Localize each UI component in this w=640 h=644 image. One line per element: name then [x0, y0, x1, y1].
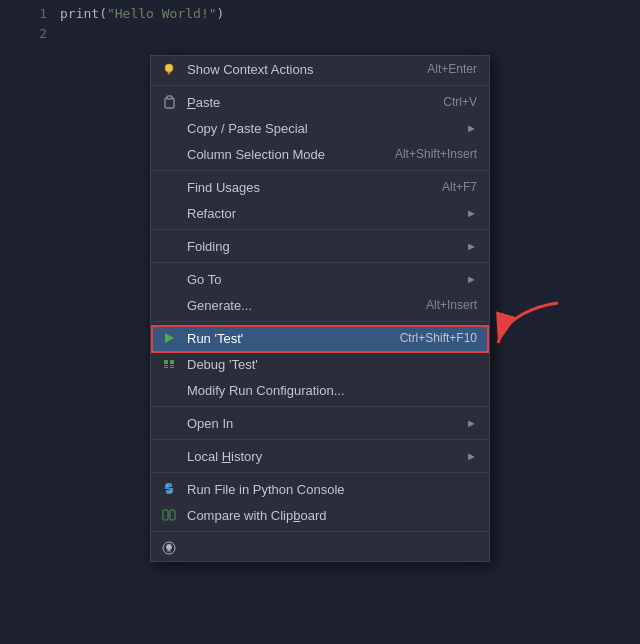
- svg-rect-10: [170, 367, 174, 368]
- menu-item-debug-test[interactable]: Debug 'Test': [151, 351, 489, 377]
- menu-item-compare-clipboard[interactable]: Compare with Clipboard: [151, 502, 489, 528]
- menu-shortcut-run-test: Ctrl+Shift+F10: [400, 331, 477, 345]
- line-numbers: 1 2: [0, 0, 55, 644]
- code-area: print("Hello World!"): [60, 4, 224, 24]
- svg-rect-14: [170, 510, 175, 520]
- menu-label-column-selection-mode: Column Selection Mode: [187, 147, 375, 162]
- python-icon: [161, 481, 177, 497]
- submenu-arrow-go-to: ►: [466, 273, 477, 285]
- menu-label-modify-run-config: Modify Run Configuration...: [187, 383, 477, 398]
- separator-4: [151, 262, 489, 263]
- svg-rect-1: [168, 72, 171, 74]
- menu-item-folding[interactable]: Folding ►: [151, 233, 489, 259]
- menu-item-paste[interactable]: Paste Ctrl+V: [151, 89, 489, 115]
- menu-label-local-history: Local History: [187, 449, 466, 464]
- submenu-arrow-folding: ►: [466, 240, 477, 252]
- menu-label-compare-clipboard: Compare with Clipboard: [187, 508, 477, 523]
- svg-rect-4: [167, 96, 172, 99]
- menu-shortcut-column-selection-mode: Alt+Shift+Insert: [395, 147, 477, 161]
- submenu-arrow-open-in: ►: [466, 417, 477, 429]
- menu-shortcut-find-usages: Alt+F7: [442, 180, 477, 194]
- code-paren-close: ): [217, 4, 225, 24]
- menu-label-refactor: Refactor: [187, 206, 466, 221]
- github-icon: [161, 540, 177, 556]
- menu-shortcut-generate: Alt+Insert: [426, 298, 477, 312]
- menu-item-open-in[interactable]: Open In ►: [151, 410, 489, 436]
- menu-item-modify-run-config[interactable]: Modify Run Configuration...: [151, 377, 489, 403]
- menu-item-find-usages[interactable]: Find Usages Alt+F7: [151, 174, 489, 200]
- menu-label-run-test: Run 'Test': [187, 331, 380, 346]
- menu-label-run-file-python: Run File in Python Console: [187, 482, 477, 497]
- menu-item-create-gist[interactable]: [151, 535, 489, 561]
- menu-item-show-context-actions[interactable]: Show Context Actions Alt+Enter: [151, 56, 489, 82]
- menu-shortcut-show-context-actions: Alt+Enter: [427, 62, 477, 76]
- separator-6: [151, 406, 489, 407]
- menu-item-refactor[interactable]: Refactor ►: [151, 200, 489, 226]
- menu-label-paste: Paste: [187, 95, 423, 110]
- menu-label-generate: Generate...: [187, 298, 406, 313]
- menu-item-run-file-python[interactable]: Run File in Python Console: [151, 476, 489, 502]
- red-arrow-annotation: [488, 298, 568, 362]
- menu-label-go-to: Go To: [187, 272, 466, 287]
- menu-item-column-selection-mode[interactable]: Column Selection Mode Alt+Shift+Insert: [151, 141, 489, 167]
- context-menu: Show Context Actions Alt+Enter Paste Ctr…: [150, 55, 490, 562]
- submenu-arrow-local-history: ►: [466, 450, 477, 462]
- menu-label-show-context-actions: Show Context Actions: [187, 62, 407, 77]
- separator-5: [151, 321, 489, 322]
- submenu-arrow-copy-paste-special: ►: [466, 122, 477, 134]
- svg-point-11: [167, 485, 168, 486]
- separator-1: [151, 85, 489, 86]
- separator-7: [151, 439, 489, 440]
- svg-point-0: [165, 64, 173, 72]
- menu-label-folding: Folding: [187, 239, 466, 254]
- run-icon: [161, 330, 177, 346]
- separator-9: [151, 531, 489, 532]
- menu-item-run-test[interactable]: Run 'Test' Ctrl+Shift+F10: [151, 325, 489, 351]
- svg-point-12: [170, 492, 171, 493]
- svg-rect-2: [168, 74, 170, 75]
- menu-label-debug-test: Debug 'Test': [187, 357, 477, 372]
- code-print-keyword: print: [60, 4, 99, 24]
- svg-rect-6: [164, 365, 168, 366]
- compare-icon: [161, 507, 177, 523]
- bulb-icon: [161, 61, 177, 77]
- menu-item-go-to[interactable]: Go To ►: [151, 266, 489, 292]
- svg-rect-5: [164, 360, 168, 364]
- paste-icon: [161, 94, 177, 110]
- svg-rect-8: [170, 360, 174, 364]
- debug-icon: [161, 356, 177, 372]
- svg-rect-13: [163, 510, 168, 520]
- code-line-1: print("Hello World!"): [60, 4, 224, 24]
- separator-3: [151, 229, 489, 230]
- separator-2: [151, 170, 489, 171]
- svg-rect-9: [170, 365, 174, 366]
- menu-item-generate[interactable]: Generate... Alt+Insert: [151, 292, 489, 318]
- code-string: "Hello World!": [107, 4, 217, 24]
- menu-label-open-in: Open In: [187, 416, 466, 431]
- svg-rect-7: [164, 367, 168, 368]
- menu-shortcut-paste: Ctrl+V: [443, 95, 477, 109]
- separator-8: [151, 472, 489, 473]
- code-paren-open: (: [99, 4, 107, 24]
- submenu-arrow-refactor: ►: [466, 207, 477, 219]
- menu-label-find-usages: Find Usages: [187, 180, 422, 195]
- menu-item-local-history[interactable]: Local History ►: [151, 443, 489, 469]
- menu-item-copy-paste-special[interactable]: Copy / Paste Special ►: [151, 115, 489, 141]
- menu-label-copy-paste-special: Copy / Paste Special: [187, 121, 466, 136]
